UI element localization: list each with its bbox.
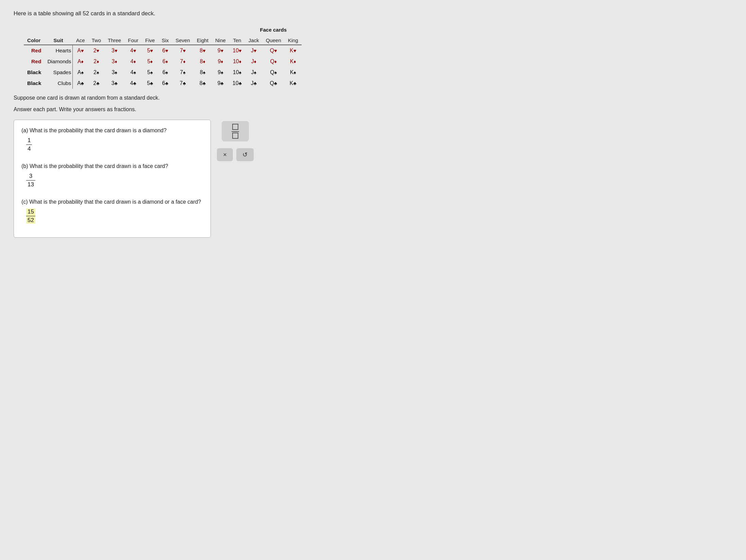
suit-cell-3: Clubs bbox=[44, 78, 72, 89]
color-cell-1: Red bbox=[24, 56, 44, 67]
card-cell-3-6: 7♣ bbox=[172, 78, 193, 89]
card-symbol: 8♣ bbox=[200, 80, 206, 86]
action-row: × ↺ bbox=[217, 148, 254, 161]
card-cell-2-1: 2♠ bbox=[88, 67, 105, 78]
card-cell-3-9: 10♣ bbox=[229, 78, 245, 89]
card-cell-3-2: 3♣ bbox=[104, 78, 124, 89]
card-symbol: J♦ bbox=[251, 58, 256, 64]
card-symbol: 2♥ bbox=[94, 48, 99, 53]
numerator-c: 15 bbox=[26, 208, 35, 216]
card-symbol: 5♠ bbox=[147, 69, 153, 75]
card-symbol: Q♥ bbox=[270, 48, 277, 53]
side-panel: × ↺ bbox=[217, 121, 254, 161]
king-header: King bbox=[285, 35, 302, 45]
card-cell-1-7: 8♦ bbox=[193, 56, 212, 67]
numerator-b: 3 bbox=[26, 173, 35, 181]
card-symbol: K♠ bbox=[290, 69, 296, 75]
card-symbol: 2♣ bbox=[93, 80, 99, 86]
card-symbol: K♦ bbox=[290, 58, 296, 64]
card-symbol: J♠ bbox=[251, 69, 256, 75]
card-cell-0-5: 6♥ bbox=[158, 45, 172, 56]
face-cards-label: Face cards bbox=[245, 24, 302, 35]
card-cell-1-4: 5♦ bbox=[142, 56, 158, 67]
card-symbol: 2♠ bbox=[94, 69, 99, 75]
card-symbol: J♣ bbox=[251, 80, 257, 86]
nine-header: Nine bbox=[212, 35, 229, 45]
card-symbol: 10♦ bbox=[233, 58, 241, 64]
card-cell-3-1: 2♣ bbox=[88, 78, 105, 89]
card-symbol: 7♦ bbox=[180, 58, 185, 64]
card-symbol: K♣ bbox=[290, 80, 296, 86]
card-cell-0-6: 7♥ bbox=[172, 45, 193, 56]
card-symbol: 3♣ bbox=[112, 80, 118, 86]
card-symbol: 3♦ bbox=[112, 58, 117, 64]
column-headers: Color Suit Ace Two Three Four Five Six S… bbox=[24, 35, 302, 45]
seven-header: Seven bbox=[172, 35, 193, 45]
card-cell-0-7: 8♥ bbox=[193, 45, 212, 56]
ace-header: Ace bbox=[73, 35, 88, 45]
suit-cell-0: Hearts bbox=[44, 45, 72, 56]
card-cell-3-8: 9♣ bbox=[212, 78, 229, 89]
card-symbol: 7♥ bbox=[180, 48, 186, 53]
card-cell-2-11: Q♠ bbox=[262, 67, 285, 78]
card-symbol: 3♠ bbox=[112, 69, 117, 75]
question-c: (c) What is the probability that the car… bbox=[21, 199, 201, 230]
card-cell-2-5: 6♠ bbox=[158, 67, 172, 78]
card-cell-2-2: 3♠ bbox=[104, 67, 124, 78]
empty-top bbox=[24, 24, 245, 35]
fraction-c: 1552 bbox=[26, 208, 35, 224]
eight-header: Eight bbox=[193, 35, 212, 45]
card-cell-2-4: 5♠ bbox=[142, 67, 158, 78]
card-cell-0-9: 10♥ bbox=[229, 45, 245, 56]
card-symbol: 6♠ bbox=[163, 69, 168, 75]
card-cell-1-8: 9♦ bbox=[212, 56, 229, 67]
card-cell-1-5: 6♦ bbox=[158, 56, 172, 67]
card-symbol: 6♦ bbox=[163, 58, 168, 64]
fraction-icon bbox=[232, 124, 239, 139]
card-table-area: Face cards Color Suit Ace Two Three Four… bbox=[14, 24, 732, 89]
card-cell-2-10: J♠ bbox=[245, 67, 262, 78]
card-symbol: 9♦ bbox=[218, 58, 223, 64]
table-row-hearts: RedHeartsA♥2♥3♥4♥5♥6♥7♥8♥9♥10♥J♥Q♥K♥ bbox=[24, 45, 302, 56]
qa-box: (a) What is the probability that the car… bbox=[14, 120, 211, 238]
card-symbol: 6♣ bbox=[162, 80, 168, 86]
card-cell-0-11: Q♥ bbox=[262, 45, 285, 56]
card-symbol: 5♣ bbox=[147, 80, 153, 86]
card-symbol: 5♦ bbox=[147, 58, 153, 64]
card-symbol: 8♥ bbox=[200, 48, 205, 53]
card-symbol: 5♥ bbox=[147, 48, 153, 53]
card-cell-0-3: 4♥ bbox=[124, 45, 142, 56]
table-row-spades: BlackSpadesA♠2♠3♠4♠5♠6♠7♠8♠9♠10♠J♠Q♠K♠ bbox=[24, 67, 302, 78]
card-symbol: 9♣ bbox=[217, 80, 223, 86]
x-button[interactable]: × bbox=[217, 148, 233, 161]
card-symbol: 4♠ bbox=[130, 69, 136, 75]
card-cell-3-3: 4♣ bbox=[124, 78, 142, 89]
card-symbol: A♦ bbox=[78, 58, 84, 64]
suit-header: Suit bbox=[44, 35, 72, 45]
card-symbol: A♠ bbox=[78, 69, 84, 75]
card-symbol: 6♥ bbox=[162, 48, 168, 53]
card-symbol: 4♥ bbox=[130, 48, 136, 53]
card-cell-2-7: 8♠ bbox=[193, 67, 212, 78]
card-symbol: 10♥ bbox=[233, 48, 241, 53]
card-symbol: Q♦ bbox=[270, 58, 277, 64]
card-cell-3-10: J♣ bbox=[245, 78, 262, 89]
card-cell-0-8: 9♥ bbox=[212, 45, 229, 56]
card-cell-1-0: A♦ bbox=[73, 56, 88, 67]
card-cell-3-5: 6♣ bbox=[158, 78, 172, 89]
card-cell-2-8: 9♠ bbox=[212, 67, 229, 78]
suit-cell-1: Diamonds bbox=[44, 56, 72, 67]
three-header: Three bbox=[104, 35, 124, 45]
question-a: (a) What is the probability that the car… bbox=[21, 128, 201, 158]
card-cell-0-4: 5♥ bbox=[142, 45, 158, 56]
card-cell-0-2: 3♥ bbox=[104, 45, 124, 56]
card-cell-3-4: 5♣ bbox=[142, 78, 158, 89]
card-cell-2-9: 10♠ bbox=[229, 67, 245, 78]
suit-cell-2: Spades bbox=[44, 67, 72, 78]
undo-button[interactable]: ↺ bbox=[236, 148, 254, 161]
card-symbol: 9♥ bbox=[218, 48, 223, 53]
card-cell-3-7: 8♣ bbox=[193, 78, 212, 89]
face-cards-header-row: Face cards bbox=[24, 24, 302, 35]
card-cell-2-6: 7♠ bbox=[172, 67, 193, 78]
card-cell-2-3: 4♠ bbox=[124, 67, 142, 78]
